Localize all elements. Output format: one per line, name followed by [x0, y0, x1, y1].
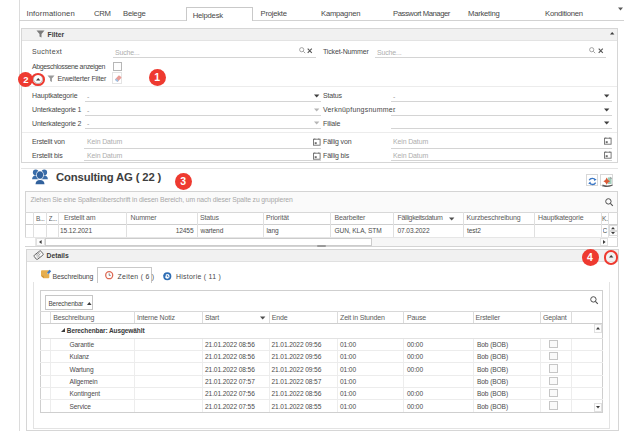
zeiten-geplant-checkbox-0[interactable]: [549, 340, 558, 349]
zeiten-col-interne-notiz[interactable]: Interne Notiz: [137, 314, 175, 321]
ticketnummer-input[interactable]: Suche...: [377, 49, 401, 56]
erstellt-bis-value[interactable]: Kein Datum: [87, 152, 122, 159]
tab-konditionen[interactable]: Konditionen: [545, 9, 583, 18]
tickets-col-prioritaet[interactable]: Priorität: [266, 214, 289, 221]
tickets-col-status[interactable]: Status: [200, 214, 219, 221]
erstellt-von-calendar-icon[interactable]: [313, 138, 321, 146]
filter-panel-header[interactable]: [22, 29, 618, 41]
zeiten-col-beschreibung[interactable]: Beschreibung: [53, 314, 94, 321]
customer-group-icon: [32, 169, 48, 185]
zeiten-cell-zeit-5: 01:00: [340, 403, 356, 410]
tickets-col-z[interactable]: Z...: [49, 215, 59, 222]
tickets-col-erstellt-am[interactable]: Erstellt am: [64, 214, 95, 221]
details-note-icon: [33, 250, 44, 260]
zeiten-cell-start-5: 21.01.2022 07:55: [205, 403, 255, 410]
suchtext-clear-icon[interactable]: [307, 48, 313, 54]
zeiten-col-ende[interactable]: Ende: [272, 314, 288, 321]
zeiten-geplant-checkbox-1[interactable]: [549, 352, 558, 361]
tickets-search-icon[interactable]: [605, 198, 614, 207]
zeiten-col-geplant[interactable]: Geplant: [543, 314, 566, 321]
hauptkategorie-underline: [85, 101, 321, 102]
tickets-col-k[interactable]: K...: [602, 215, 608, 222]
hauptkategorie-value[interactable]: -: [87, 93, 89, 100]
tab-helpdesk-label: Helpdesk: [193, 10, 223, 22]
faellig-von-label: Fällig von: [323, 138, 351, 145]
ticketnummer-clear-icon[interactable]: [598, 48, 604, 54]
faellig-von-value[interactable]: Kein Datum: [393, 138, 428, 145]
tickets-col-hauptkategorie[interactable]: Hauptkategorie: [538, 214, 583, 221]
tab-belege[interactable]: Belege: [123, 9, 145, 18]
tab-marketing[interactable]: Marketing: [468, 9, 500, 18]
verknuepfung-dropdown-icon[interactable]: [604, 108, 610, 112]
ticket-cell-status: wartend: [201, 227, 224, 234]
tab-overflow-icon[interactable]: [618, 7, 624, 11]
zeiten-geplant-checkbox-4[interactable]: [549, 389, 558, 398]
ticketnummer-label: Ticket-Nummer: [323, 48, 369, 55]
zeiten-cell-ersteller-1: Bob (BOB): [477, 353, 508, 360]
zeiten-col-pause[interactable]: Pause: [407, 314, 426, 321]
tickets-row[interactable]: [25, 224, 608, 237]
tab-crm[interactable]: CRM: [94, 9, 111, 18]
tab-projekte[interactable]: Projekte: [261, 9, 287, 18]
tickets-col-b[interactable]: B...: [36, 215, 46, 222]
tickets-hscroll-corner-left: [25, 238, 36, 247]
zeiten-cell-beschreibung-5: Service: [70, 403, 91, 410]
abgeschlossene-checkbox[interactable]: [113, 62, 122, 71]
group-expand-icon[interactable]: [61, 328, 66, 333]
unterkategorie2-dropdown-icon[interactable]: [314, 121, 320, 125]
tickets-col-kurzbeschreibung[interactable]: Kurzbeschreibung: [467, 214, 521, 221]
unterkategorie2-value[interactable]: -: [87, 120, 89, 127]
faellig-bis-value[interactable]: Kein Datum: [393, 152, 428, 159]
details-panel-header[interactable]: [27, 250, 618, 262]
zeiten-cell-start-1: 21.01.2022 08:56: [205, 353, 255, 360]
status-value[interactable]: -: [393, 93, 395, 100]
ticket-cell-kurzbeschreibung: test2: [467, 227, 481, 234]
tab-kampagnen[interactable]: Kampagnen: [321, 9, 360, 18]
erstellt-bis-calendar-icon[interactable]: [313, 152, 321, 160]
erstellt-von-label: Erstellt von: [32, 138, 65, 145]
historie-tab-icon: [163, 272, 172, 281]
zeiten-col-ersteller[interactable]: Ersteller: [476, 314, 500, 321]
zeiten-geplant-checkbox-3[interactable]: [549, 377, 558, 386]
tickets-col-nummer[interactable]: Nummer: [131, 214, 157, 221]
tab-beschreibung[interactable]: Beschreibung: [53, 272, 94, 281]
ticketnummer-search-icon[interactable]: [589, 47, 596, 54]
refresh-button[interactable]: [586, 174, 599, 186]
verknuepfung-value[interactable]: -: [393, 107, 395, 114]
zeiten-group-chip[interactable]: Berechenbar: [45, 295, 93, 310]
zeiten-geplant-checkbox-5[interactable]: [549, 401, 558, 410]
zeiten-col-start[interactable]: Start: [205, 314, 219, 321]
tab-helpdesk-active[interactable]: Helpdesk: [186, 7, 253, 22]
zeiten-cell-beschreibung-3: Allgemein: [70, 378, 98, 385]
eraser-button[interactable]: [112, 72, 122, 84]
tab-historie[interactable]: Historie ( 11 ): [176, 272, 221, 281]
unterkategorie1-underline: [85, 115, 321, 116]
unterkategorie1-dropdown-icon[interactable]: [314, 108, 320, 112]
suchtext-search-icon[interactable]: [299, 47, 306, 54]
tickets-col-bearbeiter[interactable]: Bearbeiter: [335, 214, 366, 221]
unterkategorie1-value[interactable]: -: [87, 107, 89, 114]
tab-informationen[interactable]: Informationen: [27, 9, 75, 18]
erstellt-von-value[interactable]: Kein Datum: [87, 138, 122, 145]
filter-collapse-icon[interactable]: [610, 32, 615, 35]
faellig-von-calendar-icon[interactable]: [604, 137, 612, 145]
zeiten-cell-pause-4: 00:00: [407, 390, 423, 397]
faellig-bis-calendar-icon[interactable]: [604, 151, 612, 159]
tickets-col-faelligkeitsdatum[interactable]: Fälligkeitsdatum: [398, 214, 443, 221]
zeiten-tab-icon: [105, 271, 114, 280]
zeiten-cell-zeit-0: 01:00: [340, 341, 356, 348]
splitter-grip[interactable]: [317, 245, 327, 247]
zeiten-geplant-checkbox-2[interactable]: [549, 364, 558, 373]
export-button[interactable]: [600, 174, 613, 186]
zeiten-col-zeit[interactable]: Zeit in Stunden: [340, 314, 385, 321]
status-dropdown-icon[interactable]: [604, 94, 610, 98]
hauptkategorie-dropdown-icon[interactable]: [314, 94, 320, 98]
zeiten-cell-pause-2: 00:00: [407, 366, 423, 373]
tickets-row-spinner[interactable]: [609, 225, 618, 236]
zeiten-colline-h6: [473, 311, 474, 323]
zeiten-sort-desc-icon: [260, 316, 266, 320]
tab-passwort-manager[interactable]: Passwort Manager: [393, 9, 450, 18]
zeiten-search-icon[interactable]: [590, 296, 599, 305]
suchtext-input[interactable]: Suche...: [115, 49, 139, 56]
filiale-dropdown-icon[interactable]: [604, 121, 610, 125]
